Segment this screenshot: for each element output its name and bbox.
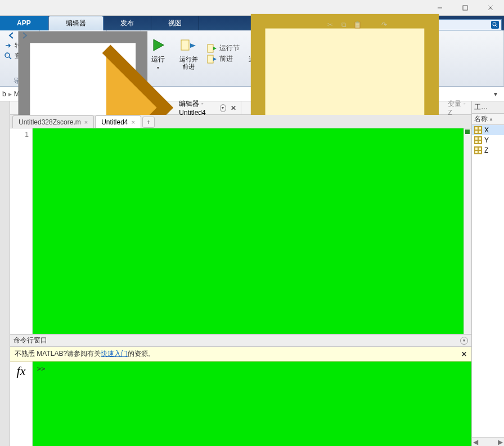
editor-tab-active[interactable]: Untitled4× bbox=[95, 115, 141, 128]
fx-icon[interactable]: fx bbox=[10, 362, 33, 446]
svg-rect-26 bbox=[208, 55, 213, 63]
editor-panel-header[interactable]: 编辑器 - Untitled4 ▾ ✕ bbox=[10, 101, 241, 115]
workspace-title: 工… bbox=[474, 102, 488, 112]
panel-menu-icon[interactable]: ▾ bbox=[460, 337, 468, 345]
editor-tabs: Untitled328Zscore.m× Untitled4× + bbox=[10, 115, 471, 128]
svg-line-13 bbox=[9, 57, 11, 59]
qat-redo-icon[interactable]: ↷ bbox=[379, 20, 389, 30]
banner-close-icon[interactable]: ✕ bbox=[461, 350, 467, 358]
quickstart-link[interactable]: 快速入门 bbox=[101, 350, 128, 358]
advance-button[interactable]: 前进 bbox=[207, 54, 240, 64]
matrix-icon bbox=[474, 126, 482, 134]
svg-rect-24 bbox=[208, 44, 213, 52]
left-gutter[interactable] bbox=[0, 101, 10, 446]
workspace-var[interactable]: Z bbox=[472, 145, 504, 155]
run-section-button[interactable]: 运行节 bbox=[207, 43, 240, 53]
svg-marker-23 bbox=[190, 43, 196, 48]
workspace-column-header[interactable]: 名称▲ bbox=[472, 114, 504, 125]
prompt: >> bbox=[37, 365, 45, 373]
search-icon[interactable] bbox=[491, 21, 499, 29]
svg-line-11 bbox=[496, 25, 497, 27]
main-area: 编辑器 - Untitled4 ▾ ✕ 变量 - Z Untitled328Zs… bbox=[0, 101, 504, 446]
sort-asc-icon: ▲ bbox=[489, 117, 493, 122]
editor-tab[interactable]: Untitled328Zscore.m× bbox=[12, 115, 94, 128]
qat-paste-icon[interactable]: 📋 bbox=[352, 20, 362, 30]
workspace-hscroll[interactable]: ◀▶ bbox=[472, 437, 504, 446]
matrix-icon bbox=[474, 146, 482, 154]
command-window-title: 命令行窗口 bbox=[14, 336, 47, 345]
close-icon[interactable]: ✕ bbox=[228, 104, 238, 112]
close-icon[interactable]: × bbox=[132, 119, 135, 126]
command-input-area[interactable]: >> bbox=[33, 362, 471, 446]
command-window-panel: 命令行窗口 ▾ 不熟悉 MATLAB?请参阅有关快速入门的资源。 ✕ fx >> bbox=[10, 334, 471, 446]
workspace-var[interactable]: Y bbox=[472, 135, 504, 145]
bc-arrow-icon: ▸ bbox=[8, 90, 12, 98]
svg-marker-25 bbox=[213, 47, 217, 50]
analyzer-ok-icon bbox=[465, 130, 470, 134]
qat-copy-icon[interactable]: ⧉ bbox=[339, 20, 349, 30]
bc-seg[interactable]: b bbox=[2, 90, 6, 98]
matrix-icon bbox=[474, 136, 482, 144]
panel-menu-icon[interactable]: ▾ bbox=[220, 104, 226, 112]
getting-started-banner: 不熟悉 MATLAB?请参阅有关快速入门的资源。 ✕ bbox=[10, 347, 471, 362]
svg-marker-27 bbox=[213, 57, 217, 61]
svg-point-12 bbox=[5, 53, 10, 57]
editor-body: 1 bbox=[10, 128, 471, 334]
close-icon[interactable]: × bbox=[84, 119, 88, 126]
window-maximize-button[interactable] bbox=[452, 2, 478, 14]
workspace-var[interactable]: X bbox=[472, 125, 504, 135]
code-area[interactable] bbox=[33, 128, 464, 334]
variables-panel-header[interactable]: 变量 - Z bbox=[241, 101, 472, 115]
bc-dropdown-icon[interactable]: ▾ bbox=[494, 90, 502, 98]
new-tab-button[interactable]: + bbox=[142, 117, 155, 128]
line-number-gutter: 1 bbox=[10, 128, 33, 334]
svg-rect-1 bbox=[463, 6, 467, 10]
workspace-panel: 工… 名称▲ X Y Z ◀▶ bbox=[471, 101, 504, 446]
qat-cut-icon[interactable]: ✂ bbox=[325, 20, 335, 30]
svg-rect-22 bbox=[181, 40, 189, 50]
run-advance-button[interactable]: 运行并 前进 bbox=[176, 37, 201, 70]
window-close-button[interactable] bbox=[478, 2, 503, 14]
code-analyzer-bar[interactable] bbox=[464, 128, 471, 334]
